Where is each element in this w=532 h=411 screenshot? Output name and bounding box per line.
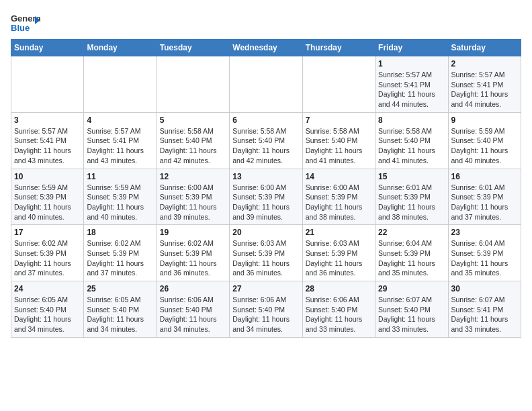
day-info: Sunrise: 6:00 AM Sunset: 5:39 PM Dayligh… <box>232 183 299 222</box>
day-info: Sunrise: 5:59 AM Sunset: 5:39 PM Dayligh… <box>14 183 81 222</box>
day-info: Sunrise: 5:59 AM Sunset: 5:40 PM Dayligh… <box>451 126 518 166</box>
calendar-cell: 17Sunrise: 6:02 AM Sunset: 5:39 PM Dayli… <box>11 225 84 281</box>
svg-text:Blue: Blue <box>11 23 30 33</box>
day-number: 7 <box>306 116 372 125</box>
calendar-cell: 7Sunrise: 5:58 AM Sunset: 5:40 PM Daylig… <box>302 112 375 169</box>
calendar-cell: 22Sunrise: 6:04 AM Sunset: 5:39 PM Dayli… <box>375 225 448 281</box>
day-number: 9 <box>451 116 518 125</box>
day-number: 16 <box>451 172 518 181</box>
weekday-header: Saturday <box>448 40 521 56</box>
calendar-week-row: 3Sunrise: 5:57 AM Sunset: 5:41 PM Daylig… <box>11 112 521 169</box>
calendar-cell: 10Sunrise: 5:59 AM Sunset: 5:39 PM Dayli… <box>11 169 84 225</box>
day-info: Sunrise: 6:03 AM Sunset: 5:39 PM Dayligh… <box>232 238 299 278</box>
day-info: Sunrise: 6:02 AM Sunset: 5:39 PM Dayligh… <box>14 238 81 278</box>
day-number: 12 <box>160 172 226 181</box>
day-info: Sunrise: 6:06 AM Sunset: 5:40 PM Dayligh… <box>306 295 372 334</box>
calendar-cell: 16Sunrise: 6:01 AM Sunset: 5:39 PM Dayli… <box>448 169 521 225</box>
day-number: 8 <box>378 116 445 125</box>
day-number: 4 <box>87 116 153 125</box>
day-number: 23 <box>451 228 518 237</box>
day-number: 5 <box>160 116 226 125</box>
calendar-cell: 14Sunrise: 6:00 AM Sunset: 5:39 PM Dayli… <box>302 169 375 225</box>
calendar-cell: 18Sunrise: 6:02 AM Sunset: 5:39 PM Dayli… <box>84 225 157 281</box>
day-number: 6 <box>232 116 299 125</box>
day-info: Sunrise: 6:01 AM Sunset: 5:39 PM Dayligh… <box>378 183 445 222</box>
day-info: Sunrise: 6:07 AM Sunset: 5:40 PM Dayligh… <box>378 295 445 334</box>
weekday-header: Tuesday <box>157 40 229 56</box>
day-number: 25 <box>87 284 153 293</box>
day-info: Sunrise: 5:58 AM Sunset: 5:40 PM Dayligh… <box>160 126 226 166</box>
day-number: 15 <box>378 172 445 181</box>
calendar-cell: 5Sunrise: 5:58 AM Sunset: 5:40 PM Daylig… <box>157 112 229 169</box>
day-info: Sunrise: 5:58 AM Sunset: 5:40 PM Dayligh… <box>378 126 445 166</box>
calendar-cell: 11Sunrise: 5:59 AM Sunset: 5:39 PM Dayli… <box>84 169 157 225</box>
day-number: 27 <box>232 284 299 293</box>
day-info: Sunrise: 6:01 AM Sunset: 5:39 PM Dayligh… <box>451 183 518 222</box>
calendar-cell <box>230 56 302 113</box>
day-info: Sunrise: 5:57 AM Sunset: 5:41 PM Dayligh… <box>14 126 81 166</box>
weekday-header: Thursday <box>302 40 375 56</box>
calendar-cell: 27Sunrise: 6:06 AM Sunset: 5:40 PM Dayli… <box>230 281 302 338</box>
day-info: Sunrise: 6:06 AM Sunset: 5:40 PM Dayligh… <box>232 295 299 334</box>
day-info: Sunrise: 5:58 AM Sunset: 5:40 PM Dayligh… <box>232 126 299 166</box>
day-number: 14 <box>306 172 372 181</box>
calendar-header-row: SundayMondayTuesdayWednesdayThursdayFrid… <box>11 40 521 56</box>
calendar-cell <box>84 56 157 113</box>
weekday-header: Sunday <box>11 40 84 56</box>
day-info: Sunrise: 5:57 AM Sunset: 5:41 PM Dayligh… <box>378 70 445 109</box>
calendar-cell: 9Sunrise: 5:59 AM Sunset: 5:40 PM Daylig… <box>448 112 521 169</box>
page-header: General Blue <box>11 11 521 35</box>
day-info: Sunrise: 6:04 AM Sunset: 5:39 PM Dayligh… <box>451 238 518 278</box>
day-number: 21 <box>306 228 372 237</box>
day-info: Sunrise: 6:02 AM Sunset: 5:39 PM Dayligh… <box>160 238 226 278</box>
calendar-cell: 13Sunrise: 6:00 AM Sunset: 5:39 PM Dayli… <box>230 169 302 225</box>
day-info: Sunrise: 5:59 AM Sunset: 5:39 PM Dayligh… <box>87 183 153 222</box>
calendar-table: SundayMondayTuesdayWednesdayThursdayFrid… <box>11 39 521 338</box>
day-info: Sunrise: 5:57 AM Sunset: 5:41 PM Dayligh… <box>451 70 518 109</box>
day-info: Sunrise: 5:58 AM Sunset: 5:40 PM Dayligh… <box>306 126 372 166</box>
calendar-cell: 1Sunrise: 5:57 AM Sunset: 5:41 PM Daylig… <box>375 56 448 113</box>
calendar-week-row: 17Sunrise: 6:02 AM Sunset: 5:39 PM Dayli… <box>11 225 521 281</box>
day-number: 1 <box>378 59 445 68</box>
day-info: Sunrise: 6:05 AM Sunset: 5:40 PM Dayligh… <box>14 295 81 334</box>
calendar-cell: 2Sunrise: 5:57 AM Sunset: 5:41 PM Daylig… <box>448 56 521 113</box>
day-number: 18 <box>87 228 153 237</box>
day-info: Sunrise: 6:00 AM Sunset: 5:39 PM Dayligh… <box>160 183 226 222</box>
day-number: 11 <box>87 172 153 181</box>
weekday-header: Friday <box>375 40 448 56</box>
day-number: 19 <box>160 228 226 237</box>
calendar-cell: 3Sunrise: 5:57 AM Sunset: 5:41 PM Daylig… <box>11 112 84 169</box>
calendar-cell: 24Sunrise: 6:05 AM Sunset: 5:40 PM Dayli… <box>11 281 84 338</box>
calendar-cell: 8Sunrise: 5:58 AM Sunset: 5:40 PM Daylig… <box>375 112 448 169</box>
logo-icon: General Blue <box>11 11 40 35</box>
calendar-cell: 4Sunrise: 5:57 AM Sunset: 5:41 PM Daylig… <box>84 112 157 169</box>
calendar-cell <box>11 56 84 113</box>
day-info: Sunrise: 6:07 AM Sunset: 5:41 PM Dayligh… <box>451 295 518 334</box>
calendar-cell: 25Sunrise: 6:05 AM Sunset: 5:40 PM Dayli… <box>84 281 157 338</box>
logo: General Blue <box>11 11 40 35</box>
calendar-cell <box>157 56 229 113</box>
calendar-cell: 19Sunrise: 6:02 AM Sunset: 5:39 PM Dayli… <box>157 225 229 281</box>
calendar-week-row: 10Sunrise: 5:59 AM Sunset: 5:39 PM Dayli… <box>11 169 521 225</box>
calendar-week-row: 1Sunrise: 5:57 AM Sunset: 5:41 PM Daylig… <box>11 56 521 113</box>
calendar-cell: 29Sunrise: 6:07 AM Sunset: 5:40 PM Dayli… <box>375 281 448 338</box>
calendar-cell: 15Sunrise: 6:01 AM Sunset: 5:39 PM Dayli… <box>375 169 448 225</box>
day-info: Sunrise: 6:05 AM Sunset: 5:40 PM Dayligh… <box>87 295 153 334</box>
day-number: 2 <box>451 59 518 68</box>
day-number: 17 <box>14 228 81 237</box>
day-info: Sunrise: 6:04 AM Sunset: 5:39 PM Dayligh… <box>378 238 445 278</box>
day-number: 20 <box>232 228 299 237</box>
calendar-cell: 30Sunrise: 6:07 AM Sunset: 5:41 PM Dayli… <box>448 281 521 338</box>
day-info: Sunrise: 6:00 AM Sunset: 5:39 PM Dayligh… <box>306 183 372 222</box>
calendar-cell: 26Sunrise: 6:06 AM Sunset: 5:40 PM Dayli… <box>157 281 229 338</box>
day-number: 28 <box>306 284 372 293</box>
day-info: Sunrise: 6:03 AM Sunset: 5:39 PM Dayligh… <box>306 238 372 278</box>
day-number: 29 <box>378 284 445 293</box>
day-info: Sunrise: 6:06 AM Sunset: 5:40 PM Dayligh… <box>160 295 226 334</box>
calendar-cell <box>302 56 375 113</box>
calendar-week-row: 24Sunrise: 6:05 AM Sunset: 5:40 PM Dayli… <box>11 281 521 338</box>
weekday-header: Monday <box>84 40 157 56</box>
calendar-cell: 12Sunrise: 6:00 AM Sunset: 5:39 PM Dayli… <box>157 169 229 225</box>
day-number: 13 <box>232 172 299 181</box>
day-number: 30 <box>451 284 518 293</box>
